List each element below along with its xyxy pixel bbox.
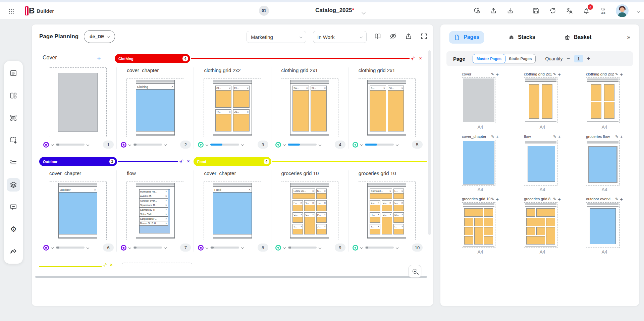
page-status-icon[interactable] (275, 142, 281, 148)
remove-product-icon[interactable]: × (301, 201, 302, 205)
user-avatar[interactable] (616, 4, 629, 17)
edit-pencil-icon[interactable]: ✎ (615, 72, 618, 76)
refresh-lock-icon[interactable] (473, 7, 481, 15)
document-name[interactable]: Catalog_2025* (298, 7, 372, 14)
remove-product-icon[interactable]: × (165, 204, 167, 207)
product-slot[interactable]: Ol...× (215, 86, 232, 108)
product-slot[interactable]: Si...× (311, 86, 327, 131)
remove-product-icon[interactable]: × (165, 195, 167, 198)
profile-chevron-icon[interactable] (637, 8, 639, 14)
page-card-slot[interactable] (49, 67, 107, 137)
page-card-slot[interactable]: Outdoor× (49, 181, 107, 240)
remove-product-icon[interactable]: × (165, 208, 167, 211)
product-slot[interactable]: M...× (393, 212, 404, 223)
product-slot[interactable]: Fri...× (388, 86, 404, 131)
master-page-thumbnail[interactable] (524, 202, 557, 248)
remove-product-icon[interactable]: × (165, 190, 167, 193)
product-slot[interactable]: M...× (316, 189, 327, 199)
canvas-horizontal-scrollbar[interactable] (35, 276, 427, 278)
add-master-page-icon[interactable]: + (620, 134, 623, 139)
remove-product-icon[interactable]: × (383, 87, 385, 90)
master-page-thumbnail[interactable] (586, 77, 620, 123)
page-thumbnail[interactable]: Clothing× (136, 80, 175, 136)
sync-icon[interactable] (549, 7, 557, 15)
page-status-icon[interactable] (198, 142, 204, 148)
remove-product-icon[interactable]: × (312, 190, 314, 193)
edit-pencil-icon[interactable]: ✎ (615, 135, 618, 139)
remove-product-icon[interactable]: × (389, 190, 391, 193)
remove-product-icon[interactable]: × (401, 213, 403, 216)
product-slot[interactable]: C...× (304, 212, 315, 235)
book-view-icon[interactable] (373, 32, 382, 41)
page-status-icon[interactable] (121, 142, 126, 148)
page-card-slot[interactable]: Food× (204, 181, 261, 240)
remove-product-icon[interactable]: × (378, 225, 379, 228)
flow-list-item[interactable]: Squadrone R...× (140, 203, 168, 208)
edit-pencil-icon[interactable]: ✎ (491, 72, 494, 76)
edit-pencil-icon[interactable]: ✎ (553, 72, 556, 76)
footer-chevron-icon[interactable] (164, 143, 167, 146)
page-thumbnail[interactable]: Ol...×Et...×Tr...×Ju...× (213, 80, 252, 136)
sidebar-item-comments[interactable] (7, 200, 20, 214)
page-status-icon[interactable] (43, 245, 49, 251)
chapter-food-scissors-icon[interactable]: ✂ (101, 261, 109, 269)
remove-product-icon[interactable]: × (171, 85, 173, 89)
page-status-icon[interactable] (353, 142, 358, 148)
remove-product-icon[interactable]: × (401, 225, 403, 228)
footer-chevron-icon[interactable] (128, 143, 131, 146)
product-slot[interactable]: I...× (393, 224, 404, 234)
tab-basket[interactable]: Basket (559, 31, 596, 44)
fullscreen-icon[interactable] (420, 32, 428, 41)
master-page-thumbnail[interactable] (524, 140, 557, 185)
product-slot[interactable]: J...× (316, 224, 327, 234)
page-thumbnail[interactable]: Camomil...×L...×S...×C...×L...×H...×D...… (367, 183, 406, 238)
page-thumbnail[interactable]: S...×Fri...× (367, 80, 406, 136)
chapter-pill-clothing[interactable]: Clothing 4 (115, 54, 190, 63)
remove-product-icon[interactable]: × (324, 190, 326, 193)
footer-chevron-icon[interactable] (128, 246, 131, 249)
product-slot[interactable]: Tr...× (215, 109, 232, 131)
footer-chevron-icon[interactable] (87, 246, 89, 249)
remove-product-icon[interactable]: × (324, 213, 326, 216)
footer-chevron-icon[interactable] (206, 246, 208, 249)
page-thumbnail[interactable] (58, 73, 98, 132)
add-master-page-icon[interactable]: + (558, 197, 561, 202)
page-status-icon[interactable] (275, 245, 281, 251)
notifications-bell-icon[interactable]: 3 (582, 7, 590, 15)
add-master-page-icon[interactable]: + (558, 72, 561, 77)
sidebar-item-add-selection[interactable] (7, 133, 20, 147)
sidebar-item-settings-gear[interactable]: ⚙ (7, 223, 20, 236)
master-page-thumbnail[interactable] (462, 202, 495, 248)
product-slot[interactable]: S...× (370, 200, 380, 211)
sidebar-item-layers[interactable] (7, 178, 20, 192)
footer-chevron-icon[interactable] (360, 143, 363, 146)
tab-pages[interactable]: Pages (449, 31, 484, 44)
chapter-pill-food[interactable]: Food 4 (194, 157, 271, 166)
sidebar-item-share[interactable] (7, 245, 20, 258)
chapter-outdoor-scissors-icon[interactable]: ✂ (177, 157, 185, 165)
product-slot[interactable]: L...× (393, 200, 404, 211)
add-master-page-icon[interactable]: + (496, 72, 499, 77)
remove-product-icon[interactable]: × (401, 87, 403, 90)
remove-product-icon[interactable]: × (229, 87, 231, 90)
download-icon[interactable] (506, 7, 514, 15)
page-card-slot[interactable]: Sa...×Si...× (281, 78, 338, 137)
log-icon[interactable]: LOG (599, 7, 607, 15)
page-thumbnail[interactable]: Hurricane He...×Aviator 85×Outdoor over.… (136, 183, 175, 238)
edit-pencil-icon[interactable]: ✎ (553, 135, 556, 139)
collapse-panel-icon[interactable]: » (627, 34, 630, 41)
flow-list-item[interactable]: Salmon 80 TI× (140, 208, 168, 212)
quantity-increase-button[interactable]: + (587, 55, 590, 62)
product-slot[interactable]: P...× (316, 212, 327, 223)
page-thumbnail[interactable]: Luflée ch...×M...×F...×V...×T...×C...×C.… (290, 183, 329, 238)
sidebar-item-scan-frame[interactable] (7, 111, 20, 124)
chapter-clothing-scissors-icon[interactable]: ✂ (409, 54, 417, 62)
page-number-badge[interactable]: 1 (103, 141, 114, 149)
zoom-button[interactable]: + (409, 265, 421, 278)
remove-product-icon[interactable]: × (324, 87, 326, 90)
remove-product-icon[interactable]: × (301, 225, 302, 228)
page-thumbnail[interactable]: Sa...×Si...× (290, 80, 329, 136)
page-card-slot[interactable]: Luflée ch...×M...×F...×V...×T...×C...×C.… (281, 181, 338, 240)
page-number-badge[interactable]: 10 (412, 244, 423, 252)
remove-product-icon[interactable]: × (378, 201, 379, 205)
